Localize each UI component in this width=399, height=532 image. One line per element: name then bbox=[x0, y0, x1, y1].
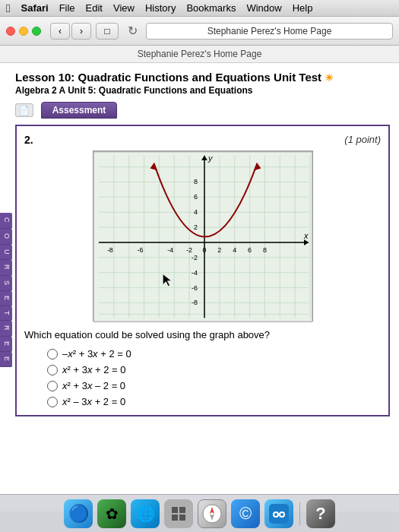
assessment-icon: 📄 bbox=[15, 103, 33, 117]
svg-text:8: 8 bbox=[262, 246, 266, 254]
svg-text:0: 0 bbox=[202, 246, 206, 254]
menu-window[interactable]: Window bbox=[246, 2, 281, 14]
svg-text:-4: -4 bbox=[167, 246, 173, 254]
radio-3[interactable] bbox=[47, 381, 58, 391]
radio-4[interactable] bbox=[47, 397, 58, 407]
menu-edit[interactable]: Edit bbox=[86, 2, 103, 14]
sidebar-tab-e3[interactable]: E bbox=[0, 352, 12, 367]
menu-bookmarks[interactable]: Bookmarks bbox=[186, 2, 236, 14]
svg-rect-50 bbox=[172, 507, 178, 513]
point-label: (1 point) bbox=[344, 134, 381, 145]
choice-text-3: x² + 3x – 2 = 0 bbox=[62, 380, 125, 391]
question-box: 2. (1 point) bbox=[15, 125, 390, 416]
dock-finder-face[interactable] bbox=[264, 499, 293, 528]
svg-text:-6: -6 bbox=[192, 284, 198, 292]
menu-view[interactable]: View bbox=[113, 2, 135, 14]
graph-svg: x y -8 -6 -4 -2 0 2 4 6 8 8 6 4 2 -2 -4 … bbox=[93, 151, 312, 322]
svg-text:-4: -4 bbox=[192, 269, 198, 277]
choice-4[interactable]: x² – 3x + 2 = 0 bbox=[47, 396, 381, 407]
sidebar-tabs: C O U R S E T R E E bbox=[0, 213, 12, 367]
choice-2[interactable]: x² + 3x + 2 = 0 bbox=[47, 364, 381, 375]
dock-help[interactable]: ? bbox=[306, 499, 335, 528]
dock-bar: 🔵 ✿ 🌐 © bbox=[0, 494, 399, 532]
dock-app-circle[interactable]: © bbox=[231, 499, 260, 528]
choice-text-2: x² + 3x + 2 = 0 bbox=[62, 364, 125, 375]
menubar:  Safari File Edit View History Bookmark… bbox=[0, 0, 399, 17]
sidebar-tab-e[interactable]: E bbox=[0, 291, 12, 306]
lesson-subtitle: Algebra 2 A Unit 5: Quadratic Functions … bbox=[15, 85, 390, 96]
close-button[interactable] bbox=[6, 27, 15, 36]
lesson-title: Lesson 10: Quadratic Functions and Equat… bbox=[15, 71, 390, 84]
answer-choices: –x² + 3x + 2 = 0 x² + 3x + 2 = 0 x² + 3x… bbox=[47, 348, 381, 407]
svg-text:4: 4 bbox=[194, 208, 198, 216]
svg-rect-57 bbox=[269, 504, 289, 524]
traffic-lights bbox=[6, 27, 41, 36]
svg-rect-52 bbox=[172, 515, 178, 521]
radio-1[interactable] bbox=[47, 349, 58, 359]
svg-point-61 bbox=[280, 513, 283, 516]
apple-menu[interactable]:  bbox=[6, 2, 10, 14]
radio-2[interactable] bbox=[47, 365, 58, 375]
menu-help[interactable]: Help bbox=[293, 2, 313, 14]
sidebar-tab-t[interactable]: T bbox=[0, 306, 12, 321]
x-axis-label: x bbox=[303, 231, 309, 240]
svg-text:-8: -8 bbox=[192, 299, 198, 306]
question-text: Which equation could be solved using the… bbox=[24, 329, 381, 340]
address-text: Stephanie Perez's Home Page bbox=[207, 26, 332, 36]
reload-button[interactable]: ↻ bbox=[123, 23, 141, 40]
toolbar: ‹ › □ ↻ Stephanie Perez's Home Page bbox=[0, 17, 399, 46]
svg-rect-51 bbox=[179, 507, 185, 513]
dock-grid-app[interactable] bbox=[164, 499, 193, 528]
menu-file[interactable]: File bbox=[59, 2, 75, 14]
dock-separator bbox=[299, 502, 300, 525]
choice-3[interactable]: x² + 3x – 2 = 0 bbox=[47, 380, 381, 391]
svg-point-60 bbox=[274, 513, 277, 516]
svg-text:6: 6 bbox=[194, 193, 198, 201]
sidebar-tab-c[interactable]: C bbox=[0, 213, 12, 229]
choice-text-1: –x² + 3x + 2 = 0 bbox=[62, 348, 131, 359]
sidebar-tab-s[interactable]: S bbox=[0, 276, 12, 291]
assessment-tab[interactable]: Assessment bbox=[41, 102, 118, 119]
svg-text:4: 4 bbox=[233, 246, 236, 254]
page-title-bar: Stephanie Perez's Home Page bbox=[0, 46, 399, 63]
svg-text:-2: -2 bbox=[192, 254, 198, 261]
dock-launchpad[interactable]: ✿ bbox=[97, 499, 126, 528]
page-content: Lesson 10: Quadratic Functions and Equat… bbox=[0, 63, 399, 511]
sidebar-tab-r2[interactable]: R bbox=[0, 321, 12, 337]
graph-container: x y -8 -6 -4 -2 0 2 4 6 8 8 6 4 2 -2 -4 … bbox=[93, 150, 313, 321]
choice-text-4: x² – 3x + 2 = 0 bbox=[62, 396, 125, 407]
title-icon: ☀ bbox=[325, 72, 334, 84]
svg-text:6: 6 bbox=[248, 246, 252, 254]
y-axis-label: y bbox=[207, 154, 212, 163]
menu-history[interactable]: History bbox=[145, 2, 176, 14]
sidebar-tab-o[interactable]: O bbox=[0, 229, 12, 245]
question-header: 2. (1 point) bbox=[24, 134, 381, 146]
assessment-tab-container: 📄 Assessment bbox=[15, 102, 390, 119]
tab-button[interactable]: □ bbox=[96, 23, 119, 40]
sidebar-tab-r[interactable]: R bbox=[0, 260, 12, 276]
minimize-button[interactable] bbox=[19, 27, 28, 36]
choice-1[interactable]: –x² + 3x + 2 = 0 bbox=[47, 348, 381, 359]
maximize-button[interactable] bbox=[32, 27, 41, 36]
svg-text:8: 8 bbox=[194, 178, 198, 185]
address-bar[interactable]: Stephanie Perez's Home Page bbox=[146, 23, 393, 40]
back-button[interactable]: ‹ bbox=[50, 23, 70, 40]
forward-button[interactable]: › bbox=[71, 23, 91, 40]
svg-text:2: 2 bbox=[194, 223, 198, 231]
dock-app-blue[interactable]: 🌐 bbox=[131, 499, 160, 528]
svg-text:-6: -6 bbox=[137, 246, 143, 254]
nav-buttons: ‹ › bbox=[50, 23, 91, 40]
menu-safari[interactable]: Safari bbox=[21, 2, 48, 14]
sidebar-tab-e2[interactable]: E bbox=[0, 337, 12, 352]
svg-text:-8: -8 bbox=[106, 246, 112, 254]
dock-finder[interactable]: 🔵 bbox=[64, 499, 93, 528]
svg-text:-2: -2 bbox=[186, 246, 192, 254]
sidebar-tab-u[interactable]: U bbox=[0, 245, 12, 261]
svg-rect-53 bbox=[179, 515, 185, 521]
page-title: Stephanie Perez's Home Page bbox=[138, 49, 262, 59]
dock-safari[interactable] bbox=[198, 499, 226, 528]
svg-text:2: 2 bbox=[217, 246, 221, 254]
question-number: 2. bbox=[24, 134, 33, 146]
